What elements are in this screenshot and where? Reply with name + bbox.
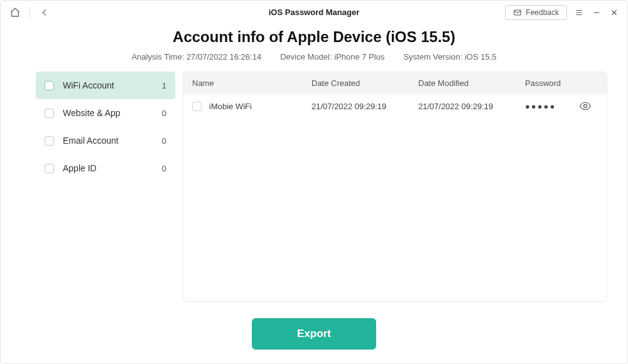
sidebar-item-label: Apple ID (63, 163, 162, 173)
feedback-label: Feedback (526, 8, 559, 17)
device-model: Device Model: iPhone 7 Plus (280, 52, 384, 62)
sidebar-item-label: Email Account (63, 136, 162, 146)
close-button[interactable] (609, 7, 620, 18)
checkbox[interactable] (45, 81, 54, 90)
col-header-modified: Date Modified (418, 78, 525, 88)
col-header-password: Password (525, 78, 598, 88)
feedback-button[interactable]: Feedback (505, 5, 567, 20)
back-icon[interactable] (38, 6, 51, 19)
sidebar-item-count: 0 (162, 136, 166, 146)
table-row[interactable]: iMobie WiFi 21/07/2022 09:29:19 21/07/20… (183, 94, 607, 119)
checkbox[interactable] (45, 109, 54, 118)
col-header-name: Name (192, 78, 311, 88)
sidebar-item-appleid[interactable]: Apple ID 0 (36, 154, 175, 182)
cell-modified: 21/07/2022 09:29:19 (418, 102, 525, 111)
cell-created: 21/07/2022 09:29:19 (311, 102, 418, 111)
sidebar-item-label: Website & App (63, 108, 162, 118)
category-sidebar: WiFi Account 1 Website & App 0 Email Acc… (36, 72, 175, 302)
sidebar-item-website[interactable]: Website & App 0 (36, 99, 175, 127)
page-title: Account info of Apple Device (iOS 15.5) (1, 28, 627, 46)
titlebar-separator (30, 7, 30, 18)
mail-icon (513, 8, 522, 17)
export-button[interactable]: Export (252, 318, 376, 350)
svg-point-1 (584, 105, 587, 108)
cell-name: iMobie WiFi (209, 102, 252, 111)
col-header-created: Date Created (311, 78, 418, 88)
sidebar-item-label: WiFi Account (63, 80, 162, 90)
records-table: Name Date Created Date Modified Password… (183, 72, 607, 302)
table-header: Name Date Created Date Modified Password (183, 72, 607, 94)
sidebar-item-count: 0 (162, 164, 166, 173)
sidebar-item-wifi[interactable]: WiFi Account 1 (36, 72, 175, 99)
checkbox[interactable] (45, 164, 54, 173)
sidebar-item-count: 0 (162, 109, 166, 118)
system-version: System Version: iOS 15.5 (403, 52, 496, 62)
analysis-time: Analysis Time: 27/07/2022 16:26:14 (131, 52, 261, 62)
sidebar-item-count: 1 (162, 81, 166, 90)
sidebar-item-email[interactable]: Email Account 0 (36, 127, 175, 154)
home-icon[interactable] (8, 6, 22, 19)
cell-password-masked: ●●●●● (525, 102, 556, 111)
row-checkbox[interactable] (192, 102, 202, 111)
reveal-password-icon[interactable] (579, 100, 592, 112)
minimize-button[interactable] (591, 7, 602, 18)
menu-button[interactable] (573, 7, 585, 18)
checkbox[interactable] (45, 136, 54, 146)
